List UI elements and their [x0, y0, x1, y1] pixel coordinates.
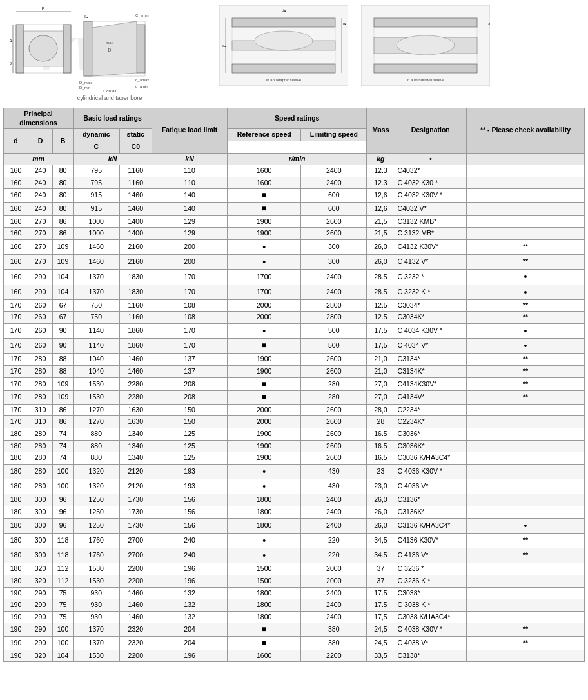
svg-rect-28 — [232, 18, 335, 27]
table-row: 19029010013702320204■38024,5C 4038 K30V … — [4, 623, 585, 637]
cell-Pu: 170 — [152, 339, 228, 354]
cell-lim: 2400 — [301, 518, 367, 533]
cell-B: 80 — [53, 165, 74, 177]
cell-avail — [466, 177, 584, 189]
cell-C: 1250 — [74, 494, 120, 506]
cell-Pu: 170 — [152, 270, 228, 285]
table-row: 16027010914602160200•30026,0C4132 K30V**… — [4, 239, 585, 254]
cell-C: 795 — [74, 177, 120, 189]
cell-desig: C3134K* — [395, 366, 466, 378]
adapter-diagram-svg: d₁ r₁ d₂ in an adapter sleeve — [219, 5, 348, 89]
cell-avail — [466, 440, 584, 452]
cell-d: 160 — [4, 177, 28, 189]
cell-d: 190 — [4, 599, 28, 612]
cell-B: 112 — [53, 575, 74, 587]
cell-Pu: 156 — [152, 494, 228, 506]
cell-d: 180 — [4, 494, 28, 506]
cell-B: 90 — [53, 339, 74, 354]
cell-desig: C3038 K/HA3C4* — [395, 611, 466, 623]
static-header: static — [119, 129, 152, 141]
cell-C: 1250 — [74, 518, 120, 533]
cell-ref: ■ — [228, 189, 301, 203]
table-row: 17028010915302280208■28027,0C4134V*** — [4, 391, 585, 405]
cell-lim: 2600 — [301, 228, 367, 240]
cell-d: 190 — [4, 623, 28, 637]
cell-D: 270 — [28, 228, 53, 240]
cell-C0: 2160 — [119, 255, 152, 270]
table-row: 1702609011401860170■50017,5C 4034 V*• — [4, 339, 585, 354]
cell-Pu: 150 — [152, 416, 228, 428]
cell-lim: 2400 — [301, 599, 367, 612]
cell-D: 300 — [28, 506, 53, 519]
cell-D: 270 — [28, 215, 53, 228]
cell-desig: C4134K30V* — [395, 377, 466, 391]
cell-avail — [466, 479, 584, 494]
cell-d: 160 — [4, 239, 28, 254]
cell-D: 280 — [28, 366, 53, 378]
cell-B: 104 — [53, 285, 74, 299]
cell-ref: 1900 — [228, 366, 301, 378]
table-row: 160240809151460140■60012,6C 4032 K30V * — [4, 189, 585, 203]
cell-D: 240 — [28, 189, 53, 203]
cell-avail — [466, 563, 584, 575]
cell-ref: 1800 — [228, 518, 301, 533]
cell-desig: C 4132 V* — [395, 255, 466, 270]
cell-lim: 2400 — [301, 177, 367, 189]
cell-C0: 1460 — [119, 203, 152, 216]
cell-mass: 26,0 — [367, 506, 395, 519]
cell-ref: 1900 — [228, 452, 301, 465]
svg-text:C_amin: C_amin — [135, 14, 149, 17]
cell-desig: C3134* — [395, 354, 466, 366]
cell-C: 1370 — [74, 285, 120, 299]
cell-Pu: 208 — [152, 391, 228, 405]
cell-C: 1000 — [74, 228, 120, 240]
cell-ref: 2000 — [228, 299, 301, 312]
cell-C: 930 — [74, 611, 120, 623]
cell-D: 300 — [28, 548, 53, 563]
cell-D: 280 — [28, 428, 53, 441]
cell-mass: 17.5 — [367, 599, 395, 612]
cell-B: 118 — [53, 548, 74, 563]
main-diagram-caption: cylindrical and taper bore — [10, 95, 210, 101]
diagram-section: KWJ B D d D max S — [0, 0, 588, 105]
cell-ref: 1800 — [228, 587, 301, 599]
cell-desig: C 4136 V* — [395, 548, 466, 563]
cell-d: 190 — [4, 611, 28, 623]
table-row: 16027086100014001291900260021,5C 3132 MB… — [4, 228, 585, 240]
cell-d: 190 — [4, 587, 28, 599]
cell-D: 290 — [28, 599, 53, 612]
speed-header: Speed ratings — [228, 108, 367, 129]
cell-ref: 1500 — [228, 575, 301, 587]
cell-C0: 2700 — [119, 548, 152, 563]
cell-C0: 1460 — [119, 189, 152, 203]
cell-desig: C 4032 K30V * — [395, 189, 466, 203]
cell-ref: 1900 — [228, 354, 301, 366]
cell-B: 104 — [53, 650, 74, 662]
cell-avail: ** — [466, 354, 584, 366]
cell-ref: 1900 — [228, 428, 301, 441]
cell-d: 160 — [4, 270, 28, 285]
cell-C0: 1830 — [119, 285, 152, 299]
cell-lim: 280 — [301, 391, 367, 405]
cell-mass: 37 — [367, 575, 395, 587]
svg-rect-2 — [16, 25, 24, 73]
cell-desig: C4032* — [395, 165, 466, 177]
cell-lim: 2600 — [301, 452, 367, 465]
cell-B: 74 — [53, 452, 74, 465]
cell-C0: 1400 — [119, 215, 152, 228]
cell-C0: 2200 — [119, 563, 152, 575]
cell-d: 170 — [4, 366, 28, 378]
cell-C0: 1400 — [119, 228, 152, 240]
cell-desig: C 4036 V* — [395, 479, 466, 494]
cell-d: 180 — [4, 465, 28, 479]
table-row: 17031086127016301502000260028,0C2234* — [4, 404, 585, 416]
cell-mass: 12,6 — [367, 189, 395, 203]
cell-mass: 37 — [367, 563, 395, 575]
cell-B: 86 — [53, 416, 74, 428]
cell-D: 260 — [28, 299, 53, 312]
cell-D: 260 — [28, 312, 53, 324]
cell-C0: 2160 — [119, 239, 152, 254]
cell-ref: 1800 — [228, 506, 301, 519]
cell-Pu: 129 — [152, 228, 228, 240]
cell-mass: 23 — [367, 465, 395, 479]
